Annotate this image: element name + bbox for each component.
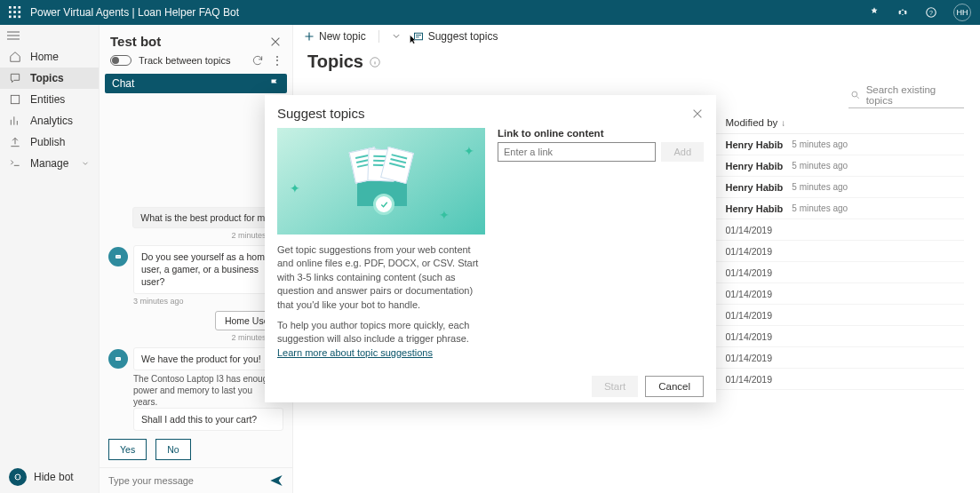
- link-input[interactable]: [498, 142, 656, 162]
- svg-rect-15: [116, 255, 121, 258]
- toolbar-separator: [378, 30, 379, 43]
- bot-followup: The Contoso Laptop I3 has enough power a…: [133, 373, 275, 408]
- search-input-wrap[interactable]: Search existing topics: [849, 83, 964, 108]
- svg-rect-18: [116, 357, 121, 361]
- nav-label: Manage: [30, 157, 68, 170]
- close-icon[interactable]: [269, 36, 282, 48]
- col-header-modified-by[interactable]: Modified by ↓: [726, 117, 965, 128]
- user-message: What is the best product for me?: [132, 207, 283, 228]
- start-button[interactable]: Start: [592, 376, 638, 397]
- modified-date: 01/14/2019: [726, 374, 773, 385]
- chat-label: Chat: [112, 77, 134, 90]
- modified-time: 5 minutes ago: [792, 161, 848, 171]
- flag-icon[interactable]: [269, 78, 280, 89]
- sort-down-icon: ↓: [781, 118, 785, 128]
- notification-icon[interactable]: [868, 6, 880, 19]
- track-toggle[interactable]: [110, 55, 131, 66]
- nav-item-publish[interactable]: Publish: [0, 131, 99, 153]
- nav-label: Publish: [30, 136, 65, 148]
- nav-label: Home: [30, 51, 59, 63]
- svg-point-17: [119, 257, 120, 258]
- search-placeholder: Search existing topics: [866, 84, 962, 106]
- modified-date: 01/14/2019: [726, 289, 773, 299]
- page-title: Topics: [307, 52, 381, 72]
- bot-circle-icon: [9, 468, 27, 486]
- publish-icon: [9, 136, 21, 148]
- modified-time: 5 minutes ago: [792, 139, 848, 149]
- quick-reply-yes[interactable]: Yes: [108, 439, 147, 460]
- modified-date: 01/14/2019: [726, 310, 773, 321]
- hide-bot-button[interactable]: Hide bot: [0, 461, 99, 493]
- refresh-icon[interactable]: [251, 54, 264, 67]
- more-icon[interactable]: ⋮: [271, 56, 282, 65]
- modal-para-1: Get topic suggestions from your web cont…: [277, 243, 483, 312]
- chat-tab[interactable]: Chat: [105, 74, 287, 93]
- col-header-label: Modified by: [726, 117, 778, 128]
- svg-rect-4: [13, 11, 16, 13]
- nav-item-topics[interactable]: Topics: [0, 68, 99, 89]
- quick-replies: Yes No: [100, 432, 292, 467]
- analytics-icon: [9, 115, 21, 127]
- nav-item-home[interactable]: Home: [0, 46, 99, 68]
- modified-time: 5 minutes ago: [792, 182, 848, 192]
- modified-by-name: Henry Habib: [726, 161, 784, 171]
- settings-gear-icon[interactable]: [896, 6, 909, 19]
- bot-avatar-icon: [108, 247, 128, 266]
- nav-label: Entities: [30, 93, 65, 106]
- nav-item-analytics[interactable]: Analytics: [0, 110, 99, 131]
- svg-point-16: [117, 257, 118, 258]
- modified-date: 01/14/2019: [726, 246, 773, 257]
- topics-icon: [9, 72, 21, 84]
- bot-message: Shall I add this to your cart?: [133, 408, 283, 431]
- chevron-down-icon: [81, 159, 90, 168]
- nav-label: Analytics: [30, 115, 73, 127]
- cancel-button[interactable]: Cancel: [645, 376, 704, 397]
- svg-point-23: [852, 91, 857, 97]
- nav-item-manage[interactable]: Manage: [0, 153, 99, 174]
- suggest-icon: [413, 31, 424, 42]
- help-icon[interactable]: ?: [925, 6, 937, 19]
- modal-title: Suggest topics: [277, 106, 364, 121]
- left-navigation: Home Topics Entities Analytics Publish M…: [0, 25, 100, 493]
- suggest-topics-dialog: Suggest topics ✦✦✦ Link to online conten…: [265, 95, 716, 402]
- checkmark-badge-icon: [373, 194, 394, 215]
- svg-rect-8: [19, 16, 21, 19]
- quick-reply-no[interactable]: No: [155, 439, 190, 460]
- page-title-text: Topics: [307, 52, 363, 72]
- modified-time: 5 minutes ago: [792, 203, 848, 213]
- info-icon[interactable]: [369, 56, 381, 68]
- nav-item-entities[interactable]: Entities: [0, 89, 99, 110]
- modal-illustration: ✦✦✦: [277, 128, 485, 235]
- timestamp: 3 minutes ago: [133, 297, 283, 306]
- main-toolbar: New topic Suggest topics: [293, 25, 980, 48]
- svg-rect-2: [19, 6, 21, 9]
- product-title: Power Virtual Agents | Loan Helper FAQ B…: [30, 6, 239, 19]
- link-field-label: Link to online content: [498, 128, 704, 139]
- bot-message: Do you see yourself as a home user, a ga…: [133, 245, 283, 294]
- svg-rect-6: [9, 16, 12, 19]
- suggest-topics-button[interactable]: Suggest topics: [413, 30, 498, 43]
- modified-date: 01/14/2019: [726, 267, 773, 278]
- svg-rect-21: [414, 33, 422, 40]
- new-topic-button[interactable]: New topic: [304, 30, 366, 43]
- search-icon: [850, 90, 861, 100]
- svg-rect-1: [13, 6, 16, 9]
- modified-date: 01/14/2019: [726, 225, 773, 235]
- user-avatar[interactable]: HH: [953, 4, 971, 21]
- add-button[interactable]: Add: [661, 142, 704, 162]
- app-launcher-icon[interactable]: [9, 6, 21, 19]
- modified-by-name: Henry Habib: [726, 139, 784, 150]
- modal-description: Get topic suggestions from your web cont…: [265, 235, 496, 367]
- learn-more-link[interactable]: Learn more about topic suggestions: [277, 347, 433, 358]
- send-icon[interactable]: [269, 473, 283, 488]
- chevron-down-icon[interactable]: [392, 32, 401, 41]
- product-name: Power Virtual Agents: [30, 6, 129, 19]
- bot-avatar-icon: [108, 349, 128, 369]
- svg-rect-7: [13, 16, 16, 19]
- plus-icon: [304, 31, 315, 42]
- modal-close-icon[interactable]: [691, 107, 704, 120]
- chat-composer: [100, 467, 292, 493]
- nav-collapse-button[interactable]: [0, 25, 99, 46]
- modified-by-name: Henry Habib: [726, 203, 784, 214]
- message-input[interactable]: [108, 475, 269, 486]
